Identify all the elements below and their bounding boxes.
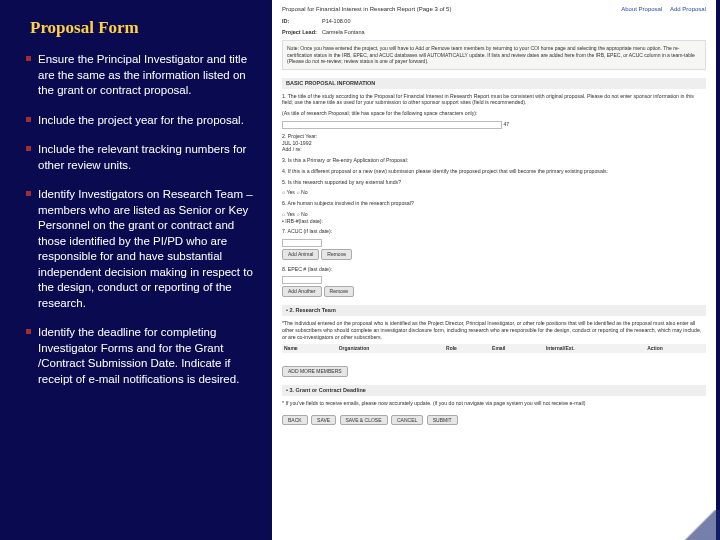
q3: 3. Is this a Primary or Re-entry Applica… [282, 157, 706, 164]
q6-no[interactable]: No [296, 211, 307, 217]
q5-no[interactable]: No [296, 189, 307, 195]
team-table: Name Organization Role Email Internal/Ex… [282, 344, 706, 361]
pi-label: Project Lead: [282, 29, 322, 36]
team-text: *The individual entered on the proposal … [282, 320, 706, 340]
q6-yes[interactable]: Yes [282, 211, 295, 217]
remove-button[interactable]: Remove [321, 249, 352, 260]
form-page-title: Proposal for Financial Interest in Resea… [282, 6, 451, 14]
list-item: Include the project year for the proposa… [30, 113, 258, 129]
note-text: Note: Once you have entered the project,… [282, 40, 706, 70]
q2-label: 2. Project Year: [282, 133, 706, 140]
add-link[interactable]: Add Proposal [670, 6, 706, 12]
col-email: Email [490, 344, 544, 353]
q5-yes[interactable]: Yes [282, 189, 295, 195]
save-close-button[interactable]: SAVE & CLOSE [340, 415, 388, 426]
char-count: 47 [503, 121, 509, 127]
epec-input[interactable] [282, 276, 322, 284]
q1: 1. The title of the study according to t… [282, 93, 706, 107]
id-value: P14-108.00 [322, 18, 350, 24]
q2-year: JUL 10-1992 [282, 140, 706, 147]
section-deadline: • 3. Grant or Contract Deadline [282, 385, 706, 396]
title-input[interactable] [282, 121, 502, 129]
q2-admin: Add / re: [282, 146, 706, 153]
section-team: • 2. Research Team [282, 305, 706, 316]
acuc-input[interactable] [282, 239, 322, 247]
deadline-text: * If you've fields to receive emails, pl… [282, 400, 706, 407]
cancel-button[interactable]: CANCEL [391, 415, 423, 426]
add-animal-button[interactable]: Add Animal [282, 249, 319, 260]
q7: 7. ACUC (if last date): [282, 228, 706, 235]
col-role: Role [444, 344, 490, 353]
col-name: Name [282, 344, 337, 353]
back-button[interactable]: BACK [282, 415, 308, 426]
page-title: Proposal Form [30, 18, 258, 38]
corner-decoration [680, 510, 720, 540]
about-link[interactable]: About Proposal [621, 6, 662, 12]
q6: 6. Are human subjects involved in the re… [282, 200, 706, 207]
submit-button[interactable]: SUBMIT [427, 415, 458, 426]
form-panel: Proposal for Financial Interest in Resea… [272, 0, 716, 540]
id-label: ID: [282, 18, 322, 25]
pi-value: Carmela Fontana [322, 29, 365, 35]
q1-hint: (As title of research Proposal; title ha… [282, 110, 706, 117]
q8: 8. EPEC # (last date): [282, 266, 706, 273]
list-item: Identify Investigators on Research Team … [30, 187, 258, 311]
list-item: Identify the deadline for completing Inv… [30, 325, 258, 387]
section-basic: BASIC PROPOSAL INFORMATION [282, 78, 706, 89]
add-members-button[interactable]: ADD MORE MEMBERS [282, 366, 348, 377]
q5: 5. Is this research supported by any ext… [282, 179, 706, 186]
list-item: Include the relevant tracking numbers fo… [30, 142, 258, 173]
bullet-list: Ensure the Principal Investigator and ti… [30, 52, 258, 387]
list-item: Ensure the Principal Investigator and ti… [30, 52, 258, 99]
col-int: Internal/Ext. [544, 344, 645, 353]
add-another-button[interactable]: Add Another [282, 286, 322, 297]
save-button[interactable]: SAVE [311, 415, 336, 426]
col-org: Organization [337, 344, 444, 353]
col-action: Action [645, 344, 706, 353]
table-row [282, 353, 706, 362]
remove-button-2[interactable]: Remove [324, 286, 355, 297]
q4: 4. If this is a different proposal or a … [282, 168, 706, 175]
